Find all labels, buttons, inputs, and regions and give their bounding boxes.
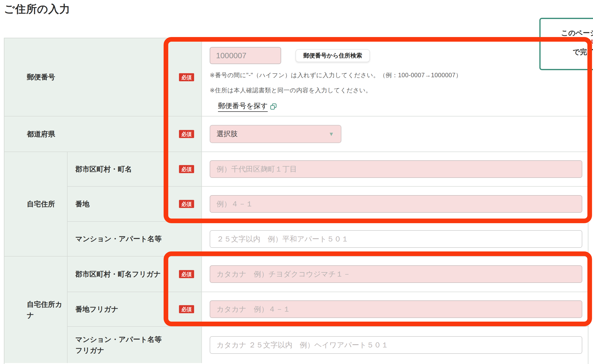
postal-note-hyphen: ※番号の間に"-"（ハイフン）は入れずに入力してください。（例：100-0007… [210, 71, 462, 79]
find-postal-code-link[interactable]: 郵便番号を探す [218, 101, 277, 112]
building-label-cell: マンション・アパート名等 [68, 222, 202, 257]
building-input[interactable] [210, 230, 582, 248]
callout-text-line1: このページ [561, 28, 593, 38]
postal-search-button[interactable]: 郵便番号から住所検索 [296, 49, 370, 62]
tooltip-callout: このページ 約 で完了 [539, 18, 593, 70]
find-postal-code-link-label[interactable]: 郵便番号を探す [218, 101, 268, 112]
prefecture-input-cell: 選択肢 ▼ [202, 116, 589, 152]
banchi-label-cell: 番地 必須 [68, 187, 202, 222]
banchi-input[interactable] [210, 195, 582, 213]
banchi-kana-label-cell: 番地フリガナ 必須 [68, 292, 202, 327]
address-form-table: 郵便番号 必須 郵便番号から住所検索 ※番号の間に"-"（ハイフン）は入れずに入… [4, 38, 588, 364]
postal-code-label-cell: 郵便番号 必須 [4, 38, 202, 116]
required-badge: 必須 [179, 270, 194, 278]
building-label: マンション・アパート名等 [75, 233, 161, 244]
prefecture-label-cell: 都道府県 必須 [4, 116, 202, 152]
home-address-kana-group-label: 自宅住所カナ [27, 299, 67, 321]
city-town-label-cell: 郡市区町村・町名 必須 [68, 152, 202, 187]
building-input-cell [202, 222, 589, 257]
building-kana-label: マンション・アパート名等 フリガナ [75, 334, 161, 356]
address-form-page: ご住所の入力 郵便番号 必須 郵便番号から住所検索 ※番号の間に"-"（ハイフン… [0, 0, 593, 364]
banchi-kana-input[interactable] [210, 300, 582, 318]
banchi-input-cell [202, 187, 589, 222]
prefecture-select[interactable]: 選択肢 ▼ [210, 125, 341, 143]
postal-code-input-cell: 郵便番号から住所検索 ※番号の間に"-"（ハイフン）は入れずに入力してください。… [202, 38, 589, 116]
required-badge: 必須 [179, 73, 194, 81]
banchi-kana-input-cell [202, 292, 589, 327]
required-badge: 必須 [179, 130, 194, 138]
city-town-input[interactable] [210, 160, 582, 178]
city-town-kana-label: 郡市区町村・町名フリガナ [75, 269, 161, 280]
required-badge: 必須 [179, 200, 194, 208]
chevron-down-icon: ▼ [328, 131, 334, 137]
home-address-kana-group-cell: 自宅住所カナ [4, 257, 68, 363]
external-link-icon [270, 103, 277, 110]
callout-text-line2: 約 [588, 38, 593, 48]
page-title: ご住所の入力 [4, 2, 70, 16]
city-town-label: 郡市区町村・町名 [75, 164, 132, 175]
home-address-group-cell: 自宅住所 [4, 152, 68, 257]
postal-note-identity: ※住所は本人確認書類と同一の内容を入力してください。 [210, 86, 372, 94]
prefecture-selected-value: 選択肢 [217, 129, 238, 139]
building-kana-input-cell [202, 327, 589, 363]
city-town-kana-input-cell [202, 257, 589, 292]
banchi-kana-label: 番地フリガナ [75, 304, 119, 315]
building-kana-label-cell: マンション・アパート名等 フリガナ [68, 327, 202, 363]
required-badge: 必須 [179, 165, 194, 173]
home-address-group-label: 自宅住所 [27, 199, 55, 210]
building-kana-input[interactable] [210, 336, 582, 354]
city-town-input-cell [202, 152, 589, 187]
required-badge: 必須 [179, 305, 194, 313]
postal-code-label: 郵便番号 [27, 72, 55, 83]
city-town-kana-input[interactable] [210, 265, 582, 283]
postal-code-input[interactable] [210, 47, 281, 64]
banchi-label: 番地 [75, 199, 89, 210]
prefecture-label: 都道府県 [27, 129, 55, 140]
city-town-kana-label-cell: 郡市区町村・町名フリガナ 必須 [68, 257, 202, 292]
callout-text-line3: で完了 [573, 47, 593, 57]
